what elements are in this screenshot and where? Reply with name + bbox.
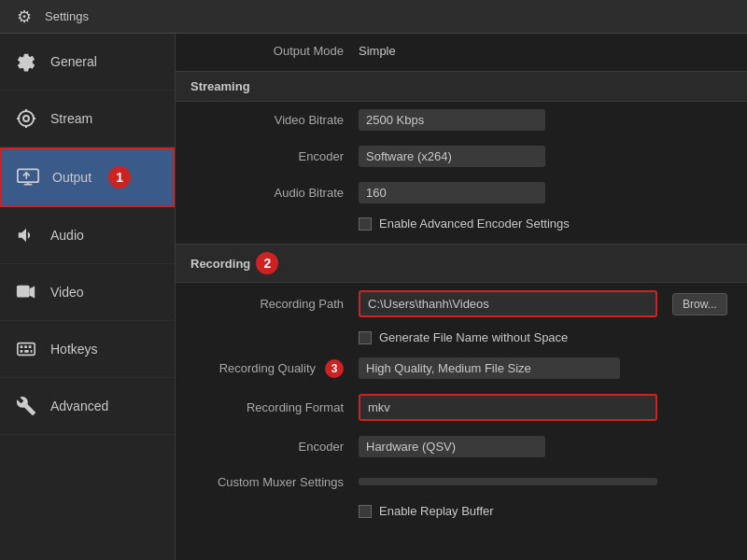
svg-rect-6 xyxy=(21,350,23,353)
hotkeys-icon xyxy=(13,336,39,362)
generate-filename-checkbox[interactable] xyxy=(359,331,372,344)
enable-replay-row: Enable Replay Buffer xyxy=(176,498,747,524)
video-bitrate-row: Video Bitrate 2500 Kbps xyxy=(176,102,747,138)
advanced-icon xyxy=(13,393,39,419)
sidebar-item-audio[interactable]: Audio xyxy=(0,207,175,264)
svg-rect-4 xyxy=(24,345,27,348)
enable-replay-label: Enable Replay Buffer xyxy=(379,504,494,518)
recording-quality-row: Recording Quality 3 High Quality, Medium… xyxy=(176,350,747,386)
recording-path-value[interactable]: C:\Users\thanh\Videos xyxy=(359,290,657,317)
video-bitrate-label: Video Bitrate xyxy=(194,113,344,127)
sidebar: General Stream Output 1 xyxy=(0,34,176,560)
sidebar-item-label-output: Output xyxy=(52,170,92,185)
audio-bitrate-label: Audio Bitrate xyxy=(194,186,344,200)
custom-muxer-label: Custom Muxer Settings xyxy=(194,475,344,489)
stream-icon xyxy=(13,105,39,132)
sidebar-item-label-stream: Stream xyxy=(50,111,92,126)
encoder-value: Software (x264) xyxy=(359,146,545,167)
content-area: Output Mode Simple Streaming Video Bitra… xyxy=(176,34,747,560)
recording-path-row: Recording Path C:\Users\thanh\Videos Bro… xyxy=(176,283,747,325)
recording-format-row: Recording Format mkv xyxy=(176,386,747,428)
sidebar-item-hotkeys[interactable]: Hotkeys xyxy=(0,321,175,378)
annotation-3: 3 xyxy=(325,359,344,378)
audio-bitrate-row: Audio Bitrate 160 xyxy=(176,175,747,211)
sidebar-item-video[interactable]: Video xyxy=(0,264,175,321)
custom-muxer-value xyxy=(359,478,657,485)
generate-filename-row: Generate File Name without Space xyxy=(176,325,747,350)
sidebar-item-label-general: General xyxy=(50,54,97,69)
svg-rect-7 xyxy=(24,350,29,353)
sidebar-item-output[interactable]: Output 1 xyxy=(0,147,175,207)
encoder-row: Encoder Software (x264) xyxy=(176,138,747,175)
svg-rect-2 xyxy=(18,343,35,356)
sidebar-item-general[interactable]: General xyxy=(0,34,175,91)
svg-rect-1 xyxy=(17,286,30,298)
enable-replay-checkbox[interactable] xyxy=(359,505,372,518)
recording-quality-value: High Quality, Medium File Size xyxy=(359,357,620,379)
title-bar-text: Settings xyxy=(45,9,89,23)
enable-advanced-encoder-checkbox[interactable] xyxy=(359,217,372,231)
sidebar-item-label-advanced: Advanced xyxy=(50,399,108,413)
sidebar-item-label-audio: Audio xyxy=(50,228,84,243)
svg-rect-8 xyxy=(31,350,33,353)
svg-rect-0 xyxy=(18,169,38,182)
video-icon xyxy=(13,279,39,305)
encoder-label: Encoder xyxy=(194,149,344,163)
recording-section-header: Recording 2 xyxy=(176,244,747,283)
output-icon xyxy=(15,164,41,190)
svg-rect-5 xyxy=(29,345,32,348)
generate-filename-label: Generate File Name without Space xyxy=(379,330,568,344)
custom-muxer-row: Custom Muxer Settings xyxy=(176,465,747,498)
sidebar-item-stream[interactable]: Stream xyxy=(0,91,175,147)
gear-icon xyxy=(13,49,39,75)
encoder2-row: Encoder Hardware (QSV) xyxy=(176,428,747,465)
audio-bitrate-value: 160 xyxy=(359,182,545,203)
annotation-1: 1 xyxy=(108,166,131,189)
output-mode-label: Output Mode xyxy=(194,44,344,58)
sidebar-item-label-video: Video xyxy=(50,285,84,300)
encoder2-label: Encoder xyxy=(194,440,344,454)
settings-icon: ⚙ xyxy=(11,4,37,30)
main-layout: General Stream Output 1 xyxy=(0,34,747,560)
streaming-section-header: Streaming xyxy=(176,71,747,102)
browse-button[interactable]: Brow... xyxy=(672,293,727,315)
recording-format-value[interactable]: mkv xyxy=(359,394,657,421)
annotation-2: 2 xyxy=(256,252,278,274)
recording-path-label: Recording Path xyxy=(194,297,344,311)
svg-rect-3 xyxy=(21,345,23,348)
recording-quality-label: Recording Quality 3 xyxy=(194,359,344,378)
encoder2-value: Hardware (QSV) xyxy=(359,436,545,457)
enable-advanced-encoder-row: Enable Advanced Encoder Settings xyxy=(176,211,747,236)
sidebar-item-advanced[interactable]: Advanced xyxy=(0,378,175,435)
enable-advanced-encoder-label: Enable Advanced Encoder Settings xyxy=(379,217,570,231)
video-bitrate-value: 2500 Kbps xyxy=(359,109,545,131)
title-bar: ⚙ Settings xyxy=(0,0,747,34)
audio-icon xyxy=(13,222,39,248)
output-mode-row: Output Mode Simple xyxy=(176,34,747,67)
output-mode-value: Simple xyxy=(359,44,396,58)
recording-format-label: Recording Format xyxy=(194,400,344,414)
sidebar-item-label-hotkeys: Hotkeys xyxy=(50,342,98,357)
